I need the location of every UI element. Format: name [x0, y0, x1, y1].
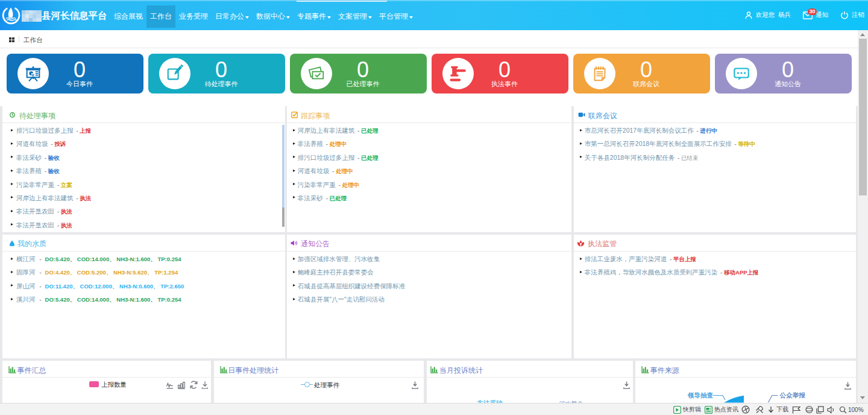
- svg-text:领导抽查: 领导抽查: [687, 393, 713, 399]
- svg-text:公众举报: 公众举报: [779, 392, 806, 399]
